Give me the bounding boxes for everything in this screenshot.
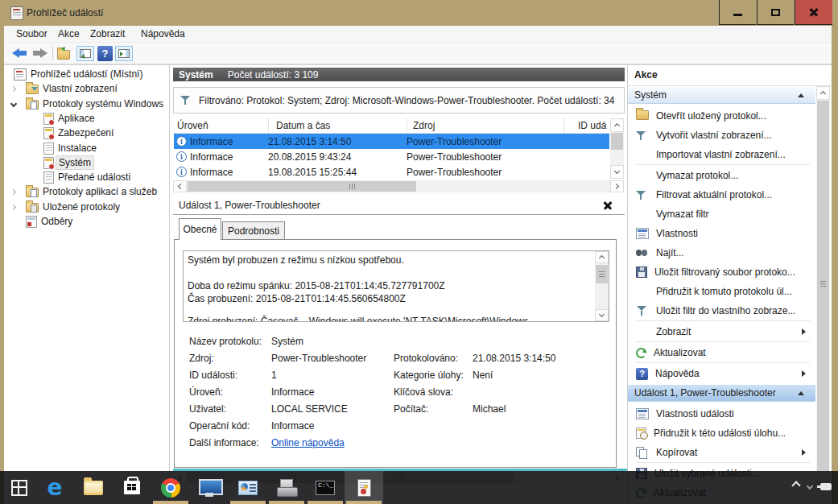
description-scrollbar[interactable]	[595, 251, 609, 321]
tree-item-protokoly-aplikaci[interactable]: Protokoly aplikací a služeb	[4, 184, 168, 199]
taskbar-event-viewer[interactable]	[345, 471, 383, 504]
action-attach-task-to-event[interactable]: Přidružit k této události úlohu...	[629, 423, 815, 443]
tree-item-root[interactable]: Prohlížeč událostí (Místní)	[4, 67, 168, 81]
expand-icon[interactable]	[10, 204, 16, 209]
action-clear-log[interactable]: Vymazat protokol...	[629, 166, 815, 185]
log-icon	[43, 113, 54, 125]
actions-scrollbar[interactable]	[816, 86, 830, 504]
event-row[interactable]: i Informace 19.08.2015 15:25:44 Power-Tr…	[174, 164, 609, 180]
menu-akce[interactable]: Akce	[58, 28, 80, 39]
tree-divider[interactable]	[169, 65, 170, 504]
actions-divider[interactable]	[627, 65, 628, 504]
help-button[interactable]: ?	[97, 46, 113, 61]
scroll-up-button[interactable]	[816, 86, 830, 100]
scroll-up-button[interactable]	[610, 118, 624, 132]
tab-podrobnosti[interactable]: Podrobnosti	[222, 221, 285, 240]
maximize-button[interactable]	[757, 0, 794, 25]
scroll-up-button[interactable]	[595, 251, 609, 263]
scroll-left-button[interactable]	[173, 180, 187, 192]
toggle-console-tree-button[interactable]	[76, 46, 94, 61]
expand-icon[interactable]	[10, 85, 16, 91]
toggle-action-pane-button[interactable]	[115, 46, 133, 61]
expand-icon[interactable]	[10, 188, 16, 194]
open-saved-log-button[interactable]	[57, 50, 70, 60]
taskbar-file-explorer[interactable]	[74, 471, 113, 504]
menu-soubor[interactable]: Soubor	[16, 28, 47, 39]
action-save-filter-to-view[interactable]: Uložit filtr do vlastního zobraze...	[629, 301, 815, 320]
tab-obecne[interactable]: Obecné	[179, 218, 221, 240]
scrollbar-thumb[interactable]	[611, 133, 623, 150]
tree-item-protokoly-windows[interactable]: Protokoly systému Windows	[4, 97, 168, 111]
windows-logo-icon	[11, 480, 27, 496]
chevron-down-icon[interactable]	[807, 483, 813, 490]
action-attach-task-to-log[interactable]: Přidružit k tomuto protokolu úl...	[629, 282, 815, 301]
event-description[interactable]: Systém byl probuzen z režimu s nízkou sp…	[183, 250, 609, 322]
action-import-custom-view[interactable]: Importovat vlastní zobrazení...	[629, 145, 815, 164]
minimize-button[interactable]	[719, 0, 756, 25]
tree-item-zabezpeceni[interactable]: Zabezpečení	[4, 126, 168, 140]
event-row-selected[interactable]: i Informace 21.08.2015 3:14:50 Power-Tro…	[174, 134, 609, 149]
column-divider[interactable]	[563, 118, 564, 134]
column-uroven[interactable]: Úroveň	[177, 120, 208, 131]
app-logs-folder-icon	[26, 188, 39, 197]
action-filter-current-log[interactable]: Filtrovat aktuální protokol...	[629, 185, 815, 204]
action-save-filtered-log[interactable]: Uložit filtrovaný soubor protoko...	[629, 262, 815, 282]
titlebar[interactable]: Prohlížeč událostí	[0, 0, 838, 26]
tree-item-aplikace[interactable]: Aplikace	[4, 111, 168, 126]
scroll-down-button[interactable]	[595, 309, 609, 321]
column-divider[interactable]	[407, 118, 407, 134]
taskbar-display[interactable]	[190, 471, 229, 504]
taskbar-printer[interactable]	[267, 471, 306, 504]
close-button[interactable]	[795, 0, 832, 25]
table-hscrollbar[interactable]	[173, 180, 624, 192]
tree-item-instalace[interactable]: Instalace	[4, 141, 168, 155]
scrollbar-thumb[interactable]	[188, 181, 416, 192]
tree-item-predane-udalosti[interactable]: Předané události	[4, 170, 168, 184]
action-clear-filter[interactable]: Vymazat filtr	[629, 204, 815, 224]
collapse-icon[interactable]	[10, 101, 17, 107]
action-refresh[interactable]: Aktualizovat	[629, 343, 815, 362]
action-open-saved-log[interactable]: Otevřít uložený protokol...	[629, 106, 815, 126]
tree-item-system[interactable]: Systém	[4, 155, 168, 170]
action-event-properties[interactable]: Vlastnosti události	[629, 404, 815, 423]
show-hidden-icons-chevron[interactable]	[791, 481, 800, 490]
action-copy[interactable]: Kopírovat	[629, 443, 815, 462]
scrollbar-thumb[interactable]	[817, 101, 829, 471]
menu-napoveda[interactable]: Nápověda	[141, 28, 185, 39]
taskbar-command-prompt[interactable]: C:\_	[306, 471, 345, 504]
action-properties[interactable]: Vlastnosti	[629, 224, 815, 243]
tree-item-ulozene-protokoly[interactable]: Uložené protokoly	[4, 200, 168, 214]
start-button[interactable]	[0, 471, 39, 504]
event-viewer-taskbar-icon	[357, 479, 371, 497]
event-row[interactable]: i Informace 20.08.2015 9:43:24 Power-Tro…	[174, 149, 609, 164]
forward-button[interactable]	[31, 47, 47, 60]
event-detail-title: Událost 1, Power-Troubleshooter	[179, 200, 320, 211]
close-detail-icon[interactable]	[603, 200, 613, 211]
log-icon	[43, 127, 54, 139]
tree-item-vlastni-zobrazeni[interactable]: Vlastní zobrazení	[4, 81, 168, 96]
taskbar-store[interactable]	[113, 471, 151, 504]
online-help-link[interactable]: Online nápověda	[271, 437, 345, 448]
column-id[interactable]: ID udá	[578, 120, 606, 131]
taskbar-control-panel[interactable]	[229, 471, 267, 504]
action-view[interactable]: Zobrazit	[629, 322, 815, 341]
table-vscrollbar[interactable]	[610, 118, 624, 179]
column-zdroj[interactable]: Zdroj	[413, 120, 435, 131]
taskbar-edge[interactable]: e	[35, 471, 74, 504]
menu-zobrazit[interactable]: Zobrazit	[90, 28, 125, 39]
scroll-right-button[interactable]	[610, 180, 624, 192]
column-datum[interactable]: Datum a čas	[276, 120, 330, 131]
file-explorer-icon	[84, 481, 103, 495]
column-divider[interactable]	[268, 118, 269, 134]
action-create-custom-view[interactable]: Vytvořit vlastní zobrazení...	[629, 126, 815, 145]
scroll-down-button[interactable]	[610, 165, 624, 179]
scrollbar-thumb[interactable]	[596, 265, 608, 283]
action-help[interactable]: ? Nápověda	[629, 364, 815, 383]
tree-item-odbery[interactable]: Odběry	[4, 214, 168, 229]
taskbar-chrome[interactable]	[151, 471, 190, 504]
back-button[interactable]	[12, 47, 28, 60]
section-header-system[interactable]: Systém	[628, 87, 815, 104]
power-icon[interactable]	[820, 483, 832, 490]
section-header-event[interactable]: Událost 1, Power-Troubleshooter	[628, 385, 815, 402]
action-find[interactable]: Najít...	[629, 243, 815, 262]
